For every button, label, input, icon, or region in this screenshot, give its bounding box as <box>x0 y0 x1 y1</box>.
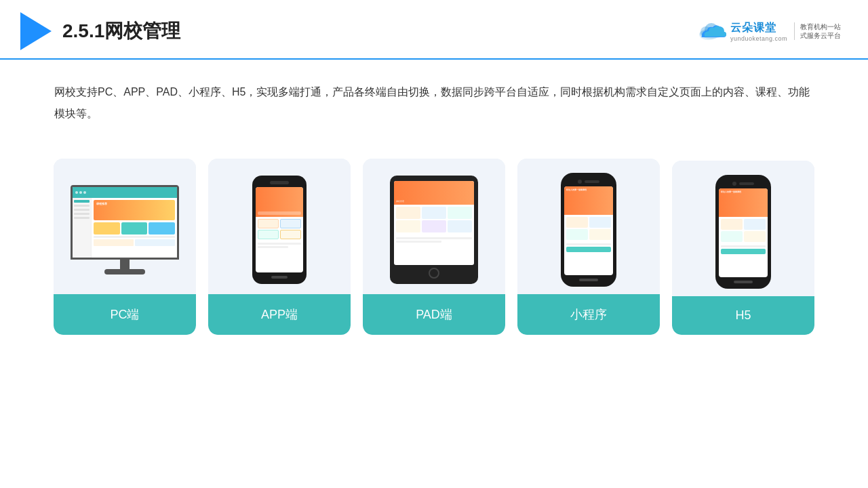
card-app-image <box>208 159 351 294</box>
page-title: 2.5.1网校管理 <box>62 18 180 44</box>
header-left: 2.5.1网校管理 <box>20 12 180 50</box>
card-h5: 职达人的第一堂刷课程 <box>672 161 814 335</box>
phone-mockup-app <box>252 176 307 284</box>
monitor-mockup: 课程推荐 <box>71 185 179 274</box>
card-app-label: APP端 <box>208 294 351 335</box>
card-h5-label: H5 <box>672 296 814 335</box>
card-pad-image: 课程管理 <box>363 159 505 294</box>
logo-triangle-icon <box>20 12 52 50</box>
phone-body-h5: 职达人的第一堂刷课程 <box>715 175 771 289</box>
card-pc: 课程推荐 <box>54 159 196 335</box>
card-pad: 课程管理 <box>363 159 505 335</box>
card-h5-image: 职达人的第一堂刷课程 <box>672 161 814 296</box>
brand-slogan: 教育机构一站 式服务云平台 <box>794 22 841 40</box>
phone-body-mp: 职达人的第一堂刷课程 <box>561 173 616 287</box>
card-pc-image: 课程推荐 <box>54 159 196 294</box>
card-miniprogram: 职达人的第一堂刷课程 <box>517 159 660 335</box>
tablet-screen: 课程管理 <box>394 181 474 265</box>
tablet-mockup: 课程管理 <box>390 176 478 284</box>
description-text: 网校支持PC、APP、PAD、小程序、H5，实现多端打通，产品各终端自由切换，数… <box>0 60 868 131</box>
phone-body-app <box>252 176 307 284</box>
tablet-home-button <box>429 268 439 279</box>
card-miniprogram-image: 职达人的第一堂刷课程 <box>517 159 660 294</box>
card-pc-label: PC端 <box>54 294 196 335</box>
page-header: 2.5.1网校管理 云朵课堂 yunduoketang.com 教育机构一站 <box>0 0 868 60</box>
brand-main-text: 云朵课堂 <box>730 21 787 35</box>
header-right: 云朵课堂 yunduoketang.com 教育机构一站 式服务云平台 <box>696 21 841 42</box>
card-pad-label: PAD端 <box>363 294 505 335</box>
tablet-body: 课程管理 <box>390 176 478 284</box>
brand-url: yunduoketang.com <box>730 35 787 42</box>
card-miniprogram-label: 小程序 <box>517 294 660 335</box>
cloud-icon <box>696 21 726 41</box>
card-app: APP端 <box>208 159 351 335</box>
phone-mockup-h5: 职达人的第一堂刷课程 <box>715 175 771 289</box>
brand-text: 云朵课堂 yunduoketang.com <box>730 21 787 42</box>
phone-mockup-mp: 职达人的第一堂刷课程 <box>561 173 616 287</box>
monitor-screen: 课程推荐 <box>71 185 179 260</box>
brand-logo: 云朵课堂 yunduoketang.com 教育机构一站 式服务云平台 <box>696 21 841 42</box>
platform-cards: 课程推荐 <box>0 138 868 362</box>
